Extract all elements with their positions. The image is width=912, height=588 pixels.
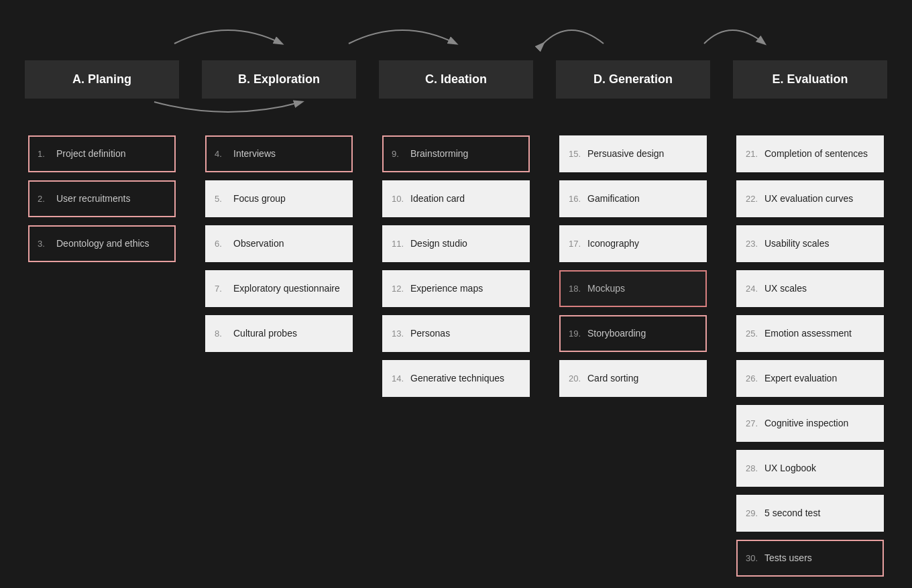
card-num-17: 17. <box>569 239 587 249</box>
phase-header-D: D. Generation <box>556 60 710 99</box>
card-25: 25. Emotion assessment <box>736 315 884 352</box>
card-4: 4. Interviews <box>205 135 353 172</box>
card-12: 12. Experience maps <box>382 270 530 307</box>
phase-header-A: A. Planing <box>25 60 179 99</box>
columns-row: 1. Project definition 2. User recruitmen… <box>13 135 899 577</box>
card-num-5: 5. <box>215 194 233 204</box>
card-text-21: Completion of sentences <box>764 148 868 160</box>
card-text-7: Exploratory questionnaire <box>233 282 340 294</box>
card-num-3: 3. <box>38 239 56 249</box>
card-text-24: UX scales <box>764 282 807 294</box>
card-text-2: User recruitments <box>56 192 130 204</box>
arrows-bottom-svg <box>20 99 892 122</box>
card-text-19: Storyboarding <box>587 327 646 339</box>
arrows-bottom-area <box>13 99 899 122</box>
col-D: 15. Persuasive design 16. Gamification 1… <box>545 135 722 397</box>
card-num-9: 9. <box>392 149 410 159</box>
arrows-area <box>13 13 899 54</box>
phase-col-D: D. Generation <box>545 54 722 99</box>
card-num-18: 18. <box>569 284 587 294</box>
card-text-3: Deontology and ethics <box>56 237 150 249</box>
card-8: 8. Cultural probes <box>205 315 353 352</box>
phase-header-E: E. Evaluation <box>733 60 887 99</box>
card-6: 6. Observation <box>205 225 353 262</box>
phase-col-B: B. Exploration <box>190 54 367 99</box>
card-num-24: 24. <box>746 284 764 294</box>
card-18: 18. Mockups <box>559 270 707 307</box>
card-9: 9. Brainstorming <box>382 135 530 172</box>
card-text-14: Generative techniques <box>410 372 504 384</box>
card-text-9: Brainstorming <box>410 148 468 160</box>
card-15: 15. Persuasive design <box>559 135 707 172</box>
card-20: 20. Card sorting <box>559 360 707 397</box>
card-text-1: Project definition <box>56 148 126 160</box>
card-text-22: UX evaluation curves <box>764 192 853 204</box>
col-A: 1. Project definition 2. User recruitmen… <box>13 135 190 262</box>
phase-col-C: C. Ideation <box>367 54 545 99</box>
card-num-28: 28. <box>746 463 764 473</box>
card-19: 19. Storyboarding <box>559 315 707 352</box>
card-num-29: 29. <box>746 508 764 518</box>
card-3: 3. Deontology and ethics <box>28 225 176 262</box>
card-text-5: Focus group <box>233 192 286 204</box>
card-text-27: Cognitive inspection <box>764 417 848 429</box>
card-text-26: Expert evaluation <box>764 372 837 384</box>
card-num-1: 1. <box>38 149 56 159</box>
card-17: 17. Iconography <box>559 225 707 262</box>
card-num-11: 11. <box>392 239 410 249</box>
card-num-4: 4. <box>215 149 233 159</box>
card-21: 21. Completion of sentences <box>736 135 884 172</box>
card-1: 1. Project definition <box>28 135 176 172</box>
card-num-19: 19. <box>569 329 587 339</box>
card-text-18: Mockups <box>587 282 625 294</box>
card-num-25: 25. <box>746 329 764 339</box>
phase-header-B: B. Exploration <box>202 60 356 99</box>
card-text-17: Iconography <box>587 237 639 249</box>
card-num-12: 12. <box>392 284 410 294</box>
card-num-30: 30. <box>746 553 764 563</box>
phase-col-E: E. Evaluation <box>722 54 899 99</box>
card-num-2: 2. <box>38 194 56 204</box>
card-text-29: 5 second test <box>764 507 820 519</box>
card-13: 13. Personas <box>382 315 530 352</box>
col-B: 4. Interviews 5. Focus group 6. Observat… <box>190 135 367 352</box>
card-text-8: Cultural probes <box>233 327 297 339</box>
card-text-6: Observation <box>233 237 284 249</box>
col-E: 21. Completion of sentences 22. UX evalu… <box>722 135 899 577</box>
card-2: 2. User recruitments <box>28 180 176 217</box>
card-text-13: Personas <box>410 327 450 339</box>
card-text-28: UX Logbook <box>764 462 816 474</box>
card-26: 26. Expert evaluation <box>736 360 884 397</box>
card-text-10: Ideation card <box>410 192 465 204</box>
card-num-14: 14. <box>392 373 410 384</box>
card-text-20: Card sorting <box>587 372 638 384</box>
card-11: 11. Design studio <box>382 225 530 262</box>
card-29: 29. 5 second test <box>736 495 884 532</box>
card-num-8: 8. <box>215 329 233 339</box>
card-text-15: Persuasive design <box>587 148 664 160</box>
card-28: 28. UX Logbook <box>736 450 884 487</box>
arrows-svg <box>20 13 892 54</box>
card-num-22: 22. <box>746 194 764 204</box>
card-num-21: 21. <box>746 149 764 159</box>
card-num-20: 20. <box>569 373 587 384</box>
card-14: 14. Generative techniques <box>382 360 530 397</box>
card-7: 7. Exploratory questionnaire <box>205 270 353 307</box>
card-num-23: 23. <box>746 239 764 249</box>
card-text-30: Tests users <box>764 552 812 564</box>
card-text-4: Interviews <box>233 148 276 160</box>
card-5: 5. Focus group <box>205 180 353 217</box>
card-text-23: Usability scales <box>764 237 829 249</box>
card-30: 30. Tests users <box>736 540 884 577</box>
card-27: 27. Cognitive inspection <box>736 405 884 442</box>
card-num-7: 7. <box>215 284 233 294</box>
card-text-25: Emotion assessment <box>764 327 852 339</box>
phase-header-C: C. Ideation <box>379 60 533 99</box>
card-text-12: Experience maps <box>410 282 483 294</box>
card-22: 22. UX evaluation curves <box>736 180 884 217</box>
card-num-26: 26. <box>746 373 764 384</box>
card-num-16: 16. <box>569 194 587 204</box>
main-container: A. Planing B. Exploration C. Ideation D.… <box>13 13 899 588</box>
card-16: 16. Gamification <box>559 180 707 217</box>
phases-row: A. Planing B. Exploration C. Ideation D.… <box>13 54 899 99</box>
